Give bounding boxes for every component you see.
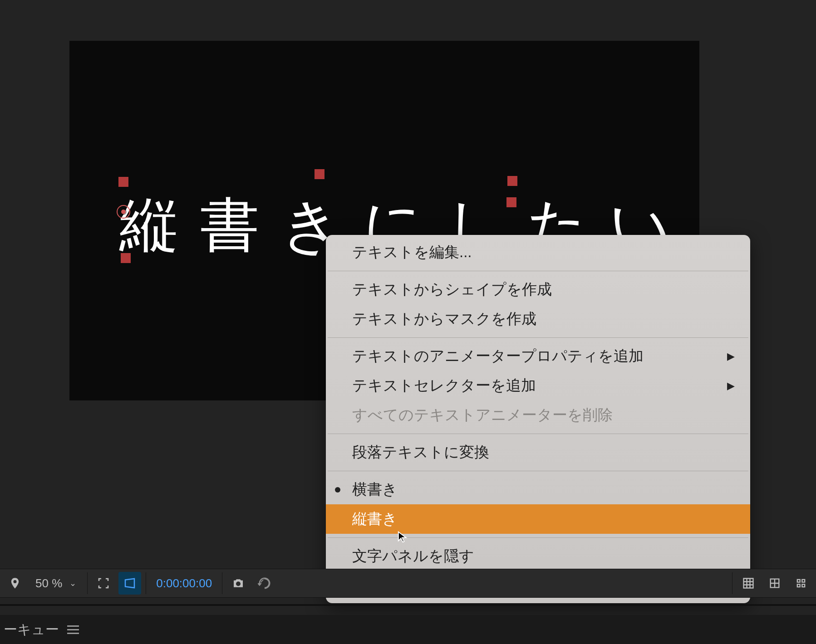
current-timecode[interactable]: 0:00:00:00 [149,576,219,590]
selection-handle[interactable] [118,177,128,187]
checkmark-icon [335,487,340,493]
menu-separator [328,471,748,471]
marker-pin-icon[interactable] [4,572,26,595]
menu-item-vertical-writing[interactable]: 縦書き [326,504,750,534]
text-layer-context-menu: テキストを編集... テキストからシェイプを作成 テキストからマスクを作成 テキ… [326,235,750,603]
menu-item-add-selector[interactable]: テキストセレクターを追加 ▶ [326,371,750,400]
menu-item-add-animator[interactable]: テキストのアニメータープロパティを追加 ▶ [326,342,750,371]
zoom-level[interactable]: 50 % [28,576,69,590]
show-snapshot-icon[interactable] [253,572,276,595]
crop-region-icon[interactable] [92,572,115,595]
menu-separator [328,337,748,338]
mouse-cursor-icon [397,531,410,543]
toolbar-separator [87,572,88,594]
adjustable-guides-icon[interactable] [790,572,812,595]
panel-menu-icon[interactable] [67,625,79,634]
submenu-arrow-icon: ▶ [727,351,735,362]
menu-separator [328,537,748,538]
toolbar-separator [146,572,146,594]
panel-tab[interactable]: ーキュー [4,620,59,639]
chevron-down-icon[interactable]: ⌄ [69,578,84,588]
menu-item-hide-char-panel[interactable]: 文字パネルを隠す [326,542,750,571]
menu-item-label: 縦書き [352,509,398,529]
anchor-point-handle[interactable] [117,205,130,219]
menu-item-label: テキストからマスクを作成 [352,309,536,329]
menu-item-label: テキストのアニメータープロパティを追加 [352,346,644,366]
guides-icon[interactable] [763,572,786,595]
menu-item-label: 段落テキストに変換 [352,442,489,463]
panel-divider[interactable] [0,604,816,606]
menu-item-create-masks[interactable]: テキストからマスクを作成 [326,304,750,334]
menu-item-convert-paragraph[interactable]: 段落テキストに変換 [326,438,750,467]
menu-separator [328,271,748,271]
menu-item-label: 横書き [352,479,398,500]
panel-tab-strip: ーキュー [0,615,816,644]
menu-item-horizontal-writing[interactable]: 横書き [326,475,750,504]
mask-visibility-icon[interactable] [118,572,141,595]
toolbar-separator [222,572,222,594]
menu-item-label: 文字パネルを隠す [352,546,474,566]
menu-item-create-shapes[interactable]: テキストからシェイプを作成 [326,275,750,304]
submenu-arrow-icon: ▶ [727,380,735,392]
selection-handle[interactable] [315,169,324,179]
menu-item-label: すべてのテキストアニメーターを削除 [352,405,613,425]
menu-item-remove-animators: すべてのテキストアニメーターを削除 [326,400,750,430]
snapshot-icon[interactable] [227,572,250,595]
menu-item-label: テキストからシェイプを作成 [352,279,552,300]
menu-item-label: テキストセレクターを追加 [352,376,536,396]
menu-separator [328,434,748,434]
selection-handle[interactable] [121,253,131,263]
menu-item-edit-text[interactable]: テキストを編集... [326,238,750,267]
selection-handle[interactable] [506,197,516,207]
selection-handle[interactable] [507,176,517,186]
viewer-toolbar: 50 % ⌄ 0:00:00:00 [0,569,816,598]
grid-icon[interactable] [737,572,760,595]
toolbar-separator [732,572,732,594]
menu-item-label: テキストを編集... [352,242,472,263]
